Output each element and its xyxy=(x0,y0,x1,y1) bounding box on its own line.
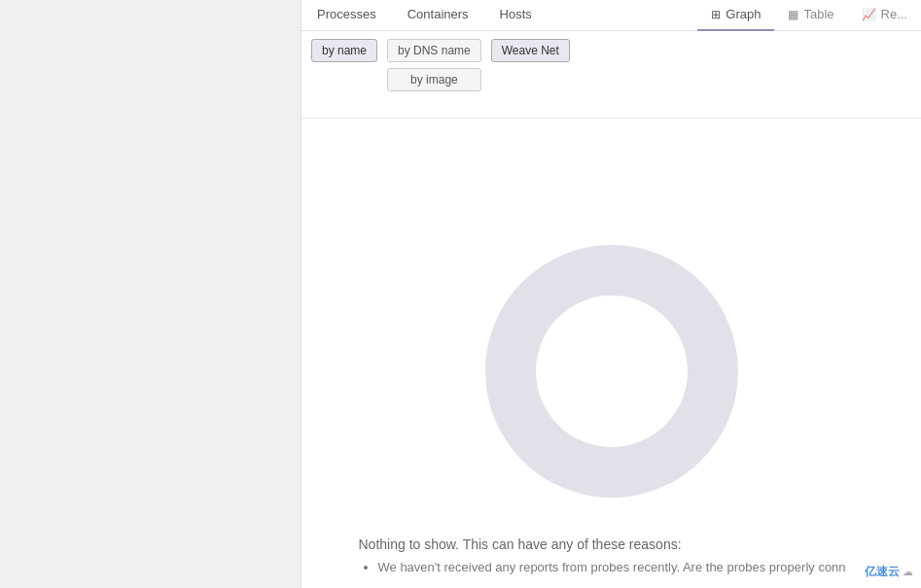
tab-graph[interactable]: ⊞ Graph xyxy=(697,0,774,31)
empty-reasons-list: We haven't received any reports from pro… xyxy=(359,560,865,574)
nav-hosts[interactable]: Hosts xyxy=(484,0,548,31)
watermark: 亿速云 ☁ xyxy=(865,564,913,580)
watermark-logo: 亿速云 xyxy=(865,564,900,580)
empty-reason-1: We haven't received any reports from pro… xyxy=(378,560,865,574)
containers-by-image-btn[interactable]: by image xyxy=(387,68,481,91)
nav-processes[interactable]: Processes xyxy=(301,0,392,31)
tab-resources-label: Re... xyxy=(881,7,907,21)
processes-group: by name xyxy=(311,39,377,62)
tab-table[interactable]: ▦ Table xyxy=(774,0,847,31)
empty-state-circle xyxy=(485,245,738,498)
nav-bar: Processes Containers Hosts ⊞ Graph ▦ Tab… xyxy=(301,0,921,31)
hosts-weave-net-btn[interactable]: Weave Net xyxy=(491,39,570,62)
containers-group: by DNS name by image xyxy=(387,39,481,91)
content-area: Nothing to show. This can have any of th… xyxy=(301,119,921,574)
containers-by-dns-btn[interactable]: by DNS name xyxy=(387,39,481,62)
nav-containers[interactable]: Containers xyxy=(392,0,484,31)
sidebar xyxy=(0,0,301,588)
tab-graph-label: Graph xyxy=(726,7,761,21)
graph-icon: ⊞ xyxy=(711,8,721,21)
sub-nav: by name by DNS name by image Weave Net xyxy=(301,31,921,119)
main-content: Processes Containers Hosts ⊞ Graph ▦ Tab… xyxy=(301,0,921,588)
hosts-group: Weave Net xyxy=(491,39,570,62)
processes-by-name-btn[interactable]: by name xyxy=(311,39,377,62)
empty-title: Nothing to show. This can have any of th… xyxy=(359,536,865,552)
watermark-symbol: ☁ xyxy=(903,566,913,578)
tab-table-label: Table xyxy=(803,7,833,21)
resources-icon: 📈 xyxy=(862,8,876,21)
table-icon: ▦ xyxy=(788,8,798,21)
view-tabs: ⊞ Graph ▦ Table 📈 Re... xyxy=(697,0,921,31)
empty-message: Nothing to show. This can have any of th… xyxy=(339,536,884,574)
tab-resources[interactable]: 📈 Re... xyxy=(848,0,921,31)
